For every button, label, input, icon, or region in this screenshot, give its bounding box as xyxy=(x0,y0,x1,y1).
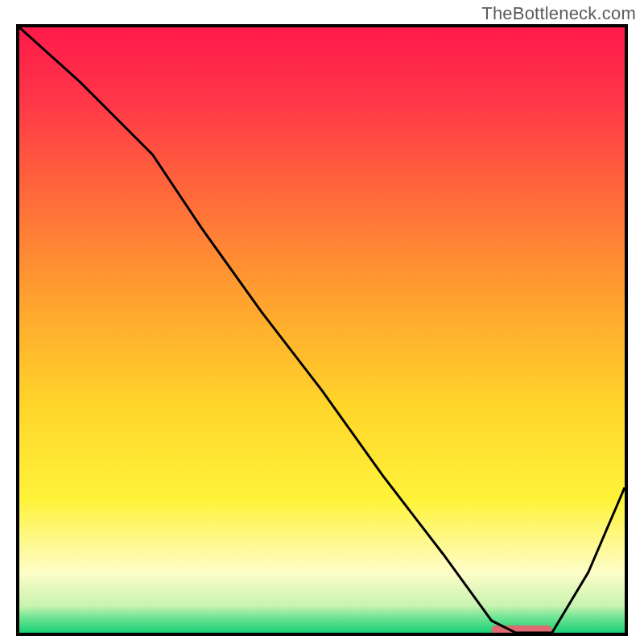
chart-svg xyxy=(19,27,625,633)
watermark-text: TheBottleneck.com xyxy=(481,3,636,24)
chart-container: TheBottleneck.com xyxy=(0,0,644,644)
gradient-background xyxy=(19,27,625,633)
plot-area xyxy=(16,24,628,636)
